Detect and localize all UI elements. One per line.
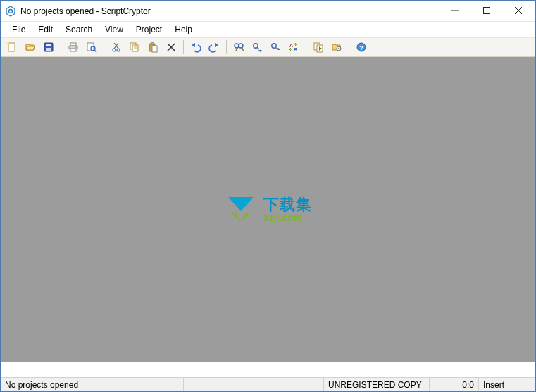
cut-button[interactable] <box>108 39 125 56</box>
toolbar-separator <box>306 40 306 54</box>
print-button[interactable] <box>65 39 82 56</box>
svg-rect-14 <box>70 49 76 51</box>
svg-line-18 <box>94 50 96 52</box>
svg-marker-59 <box>241 213 251 222</box>
svg-point-8 <box>7 42 9 44</box>
svg-point-1 <box>9 9 13 13</box>
svg-point-21 <box>113 49 116 51</box>
svg-point-41 <box>272 44 276 48</box>
watermark-text: 下载集 xzji.com <box>263 196 312 223</box>
status-cursor-position: 0:0 <box>430 378 479 391</box>
svg-rect-11 <box>46 48 51 51</box>
toolbar-separator <box>349 40 349 54</box>
svg-point-35 <box>239 44 243 48</box>
find-next-button[interactable] <box>249 39 266 56</box>
minimize-button[interactable] <box>439 1 470 20</box>
svg-text:A: A <box>289 43 293 48</box>
redo-button[interactable] <box>206 39 223 56</box>
menu-bar: File Edit Search View Project Help <box>1 22 535 37</box>
svg-rect-3 <box>483 8 490 14</box>
workspace-area: 下载集 xzji.com <box>1 57 535 362</box>
window-title: No projects opened - ScriptCryptor <box>20 6 439 16</box>
menu-project[interactable]: Project <box>130 23 168 36</box>
svg-point-38 <box>254 44 258 48</box>
undo-button[interactable] <box>187 39 204 56</box>
svg-marker-58 <box>231 213 241 222</box>
svg-marker-33 <box>215 43 218 47</box>
svg-rect-12 <box>70 43 76 46</box>
save-button[interactable] <box>40 39 57 56</box>
copy-button[interactable] <box>126 39 143 56</box>
svg-text:?: ? <box>359 44 363 51</box>
new-button[interactable] <box>4 39 20 56</box>
menu-file[interactable]: File <box>6 23 31 36</box>
toolbar-separator <box>104 40 104 54</box>
find-prev-button[interactable] <box>267 39 284 56</box>
find-button[interactable] <box>230 39 247 56</box>
svg-point-22 <box>117 49 120 51</box>
toolbar-separator <box>226 40 227 54</box>
svg-text:B: B <box>294 47 297 52</box>
open-button[interactable] <box>22 39 39 56</box>
svg-point-50 <box>338 48 339 49</box>
svg-line-37 <box>242 48 244 51</box>
svg-marker-57 <box>228 197 254 211</box>
bottom-panel <box>1 362 535 377</box>
title-bar: No projects opened - ScriptCryptor <box>1 1 535 22</box>
print-preview-button[interactable] <box>83 39 100 56</box>
svg-line-39 <box>257 47 259 49</box>
app-icon <box>5 6 16 17</box>
svg-marker-32 <box>192 43 195 47</box>
watermark-en: xzji.com <box>263 213 312 223</box>
toolbar-separator <box>183 40 184 54</box>
svg-rect-10 <box>46 44 51 46</box>
watermark: 下载集 xzji.com <box>224 194 312 225</box>
maximize-button[interactable] <box>470 1 502 20</box>
menu-view[interactable]: View <box>99 23 129 36</box>
status-spacer <box>184 378 324 391</box>
menu-edit[interactable]: Edit <box>32 23 58 36</box>
toolbar: A B <box>1 37 535 57</box>
paste-button[interactable] <box>144 39 161 56</box>
delete-button[interactable] <box>163 39 180 56</box>
options-button[interactable] <box>328 39 345 56</box>
svg-rect-28 <box>151 43 154 45</box>
app-window: No projects opened - ScriptCryptor File … <box>0 0 536 392</box>
svg-marker-0 <box>6 6 15 16</box>
menu-search[interactable]: Search <box>60 23 98 36</box>
status-message: No projects opened <box>1 378 184 391</box>
svg-point-15 <box>75 46 77 48</box>
close-button[interactable] <box>502 1 534 20</box>
replace-button[interactable]: A B <box>285 39 302 56</box>
svg-rect-6 <box>8 43 15 51</box>
svg-marker-40 <box>258 50 262 52</box>
menu-help[interactable]: Help <box>169 23 198 36</box>
svg-rect-29 <box>152 46 157 52</box>
watermark-icon <box>224 194 258 225</box>
watermark-cn: 下载集 <box>263 196 312 213</box>
svg-point-34 <box>235 44 239 48</box>
window-controls <box>439 1 534 21</box>
toolbar-separator <box>61 40 61 54</box>
status-registration: UNREGISTERED COPY <box>324 378 430 391</box>
status-bar: No projects opened UNREGISTERED COPY 0:0… <box>1 377 535 391</box>
svg-line-42 <box>275 47 278 49</box>
compile-button[interactable] <box>310 39 327 56</box>
help-button[interactable]: ? <box>353 39 370 56</box>
status-insert-mode: Insert <box>479 378 535 391</box>
